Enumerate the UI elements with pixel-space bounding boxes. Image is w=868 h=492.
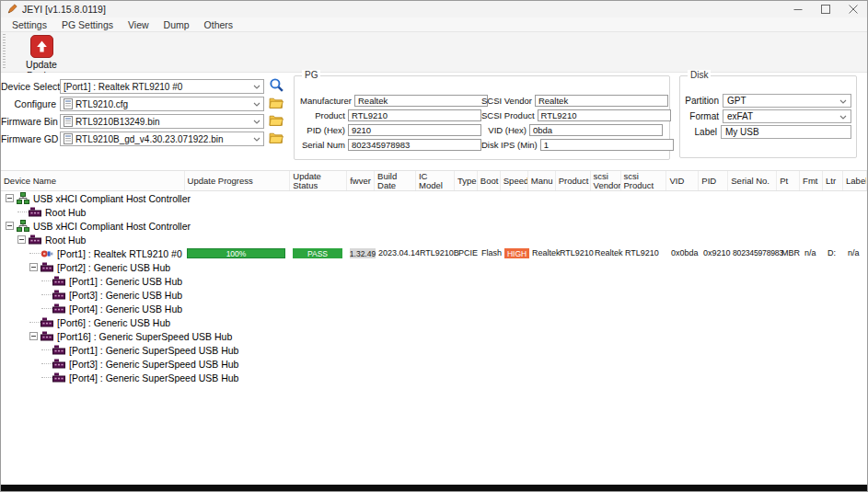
tree-row[interactable]: [Port4] : Generic USB Hub bbox=[1, 302, 867, 315]
format-combobox[interactable]: exFAT bbox=[723, 109, 851, 123]
tree-item-label: [Port1] : Generic USB Hub bbox=[69, 276, 182, 287]
disk-ips-min-label: Disk IPS (Min) bbox=[481, 140, 540, 150]
tree-row[interactable]: [Port2] : Generic USB Hub bbox=[1, 260, 867, 274]
pg-row: Serial NumDisk IPS (Min) bbox=[300, 139, 663, 151]
column-header-update-progress[interactable]: Update Progress bbox=[185, 171, 291, 190]
tree-row[interactable]: [Port6] : Generic USB Hub bbox=[1, 315, 867, 329]
column-header-scsi-product[interactable]: scsi Product bbox=[621, 171, 667, 190]
collapse-toggle-icon[interactable] bbox=[6, 222, 14, 230]
tree-row[interactable]: USB xHCI Compliant Host Controller bbox=[1, 191, 867, 205]
usb-hub-icon bbox=[52, 372, 66, 383]
fwver-chip: 1.32.49 bbox=[350, 248, 376, 258]
file-icon bbox=[64, 133, 73, 144]
column-header-ltr[interactable]: Ltr bbox=[823, 171, 843, 190]
bottom-edge bbox=[1, 485, 867, 491]
cell-vid: 0x0bda bbox=[671, 246, 699, 260]
column-header-scsi-vendor[interactable]: scsi Vendor bbox=[591, 171, 621, 190]
label-input[interactable] bbox=[721, 125, 851, 139]
device-grid-header: Device NameUpdate ProgressUpdate Statusf… bbox=[1, 170, 867, 191]
scsi-product-input[interactable] bbox=[538, 109, 671, 121]
collapse-toggle-icon[interactable] bbox=[29, 332, 38, 340]
column-header-update-status[interactable]: Update Status bbox=[290, 171, 347, 190]
device-search-button[interactable] bbox=[264, 77, 288, 97]
column-header-pt[interactable]: Pt bbox=[777, 171, 800, 190]
cell-manu: Realtek bbox=[532, 246, 561, 260]
chevron-down-icon bbox=[253, 137, 260, 142]
configure-browse-button[interactable] bbox=[264, 96, 288, 112]
format-value: exFAT bbox=[727, 111, 839, 121]
firmware-bin-combobox[interactable]: RTL9210B13249.bin bbox=[60, 114, 264, 129]
disk-ips-min-input[interactable] bbox=[540, 139, 674, 151]
tree-row[interactable]: [Port4] : Generic SuperSpeed USB Hub bbox=[1, 371, 867, 384]
minimize-icon[interactable] bbox=[784, 1, 812, 17]
usb-hub-icon bbox=[52, 276, 66, 286]
manufacturer-input[interactable] bbox=[354, 95, 488, 107]
column-header-vid[interactable]: VID bbox=[666, 171, 699, 190]
tree-item-label: Root Hub bbox=[45, 207, 86, 218]
product-input[interactable] bbox=[348, 109, 481, 121]
column-header-pid[interactable]: PID bbox=[699, 171, 728, 190]
firmware-bin-browse-button[interactable] bbox=[264, 113, 288, 130]
usb-hub-icon bbox=[29, 235, 42, 245]
partition-label: Partition bbox=[684, 96, 723, 106]
scsi-vendor-input[interactable] bbox=[535, 95, 668, 107]
toolbar-gripper bbox=[3, 34, 6, 70]
column-header-type[interactable]: Type bbox=[455, 171, 478, 190]
tree-row[interactable]: [Port1] : Generic USB Hub bbox=[1, 274, 867, 288]
titlebar: JEYI [v1.15.8.0119] bbox=[1, 1, 867, 17]
menu-item-dump[interactable]: Dump bbox=[156, 19, 197, 30]
partition-combobox[interactable]: GPT bbox=[723, 94, 851, 108]
firmware-gd-combobox[interactable]: RTL9210B_gd_v4.30.23.071922.bin bbox=[60, 132, 264, 146]
column-header-ic-model[interactable]: IC Model bbox=[416, 171, 455, 190]
tree-row[interactable]: Root Hub bbox=[1, 205, 867, 219]
collapse-toggle-icon[interactable] bbox=[6, 194, 14, 202]
tree-row[interactable]: [Port16] : Generic SuperSpeed USB Hub bbox=[1, 329, 867, 343]
pid-hex-input[interactable] bbox=[348, 124, 481, 136]
pg-row: ManufacturerSCSI Vendor bbox=[300, 95, 663, 107]
usb-hub-icon bbox=[29, 207, 42, 217]
column-header-device-name[interactable]: Device Name bbox=[1, 171, 185, 190]
cell-serial: 802345978983 bbox=[733, 246, 783, 260]
vid-hex-input[interactable] bbox=[529, 124, 663, 136]
column-header-fmt[interactable]: Fmt bbox=[800, 171, 823, 190]
disk-group-title: Disk bbox=[688, 70, 711, 80]
menu-item-settings[interactable]: Settings bbox=[5, 19, 54, 30]
close-icon[interactable] bbox=[839, 1, 867, 17]
tree-row[interactable]: [Port1] : Realtek RTL9210 #0100%PASS1.32… bbox=[1, 246, 867, 260]
pid-hex-field: PID (Hex) bbox=[300, 124, 481, 136]
pg-group-title: PG bbox=[302, 70, 320, 80]
menu-item-pg-settings[interactable]: PG Settings bbox=[54, 19, 121, 30]
window-controls bbox=[784, 1, 867, 17]
column-header-build-date[interactable]: Build Date bbox=[375, 171, 416, 190]
column-header-manu[interactable]: Manu bbox=[528, 171, 556, 190]
column-header-product[interactable]: Product bbox=[556, 171, 591, 190]
tree-row[interactable]: Root Hub bbox=[1, 233, 867, 246]
device-select-combobox[interactable]: [Port1] : Realtek RTL9210 #0 bbox=[60, 79, 264, 94]
serial-num-input[interactable] bbox=[348, 139, 481, 151]
column-header-serial[interactable]: Serial No. bbox=[728, 171, 777, 190]
column-header-fwver[interactable]: fwver bbox=[347, 171, 375, 190]
column-header-speed[interactable]: Speed bbox=[501, 171, 528, 190]
cell-scsi-product: RTL9210 bbox=[625, 246, 659, 260]
tree-branch-line bbox=[41, 363, 52, 364]
tree-row[interactable]: [Port3] : Generic SuperSpeed USB Hub bbox=[1, 357, 867, 371]
label-row: Label bbox=[684, 125, 851, 139]
menu-item-others[interactable]: Others bbox=[197, 19, 241, 30]
collapse-toggle-icon[interactable] bbox=[17, 235, 26, 244]
tree-branch-line bbox=[41, 294, 52, 295]
disk-groupbox: Disk PartitionGPTFormatexFATLabel bbox=[679, 75, 857, 158]
collapse-toggle-icon[interactable] bbox=[29, 263, 38, 271]
column-header-boot[interactable]: Boot bbox=[478, 171, 501, 190]
device-tree: USB xHCI Compliant Host ControllerRoot H… bbox=[1, 191, 867, 486]
maximize-icon[interactable] bbox=[812, 1, 839, 17]
form-area: Device Select[Port1] : Realtek RTL9210 #… bbox=[1, 73, 867, 170]
cell-pid: 0x9210 bbox=[703, 246, 731, 260]
tree-row[interactable]: [Port3] : Generic USB Hub bbox=[1, 288, 867, 302]
firmware-gd-browse-button[interactable] bbox=[264, 131, 288, 147]
configure-combobox[interactable]: RTL9210.cfg bbox=[60, 97, 264, 111]
menu-item-view[interactable]: View bbox=[121, 19, 156, 30]
tree-row[interactable]: USB xHCI Compliant Host Controller bbox=[1, 219, 867, 233]
column-header-label[interactable]: Label bbox=[843, 171, 867, 190]
tree-row[interactable]: [Port1] : Generic SuperSpeed USB Hub bbox=[1, 343, 867, 357]
speed-badge: HIGH bbox=[504, 248, 529, 258]
